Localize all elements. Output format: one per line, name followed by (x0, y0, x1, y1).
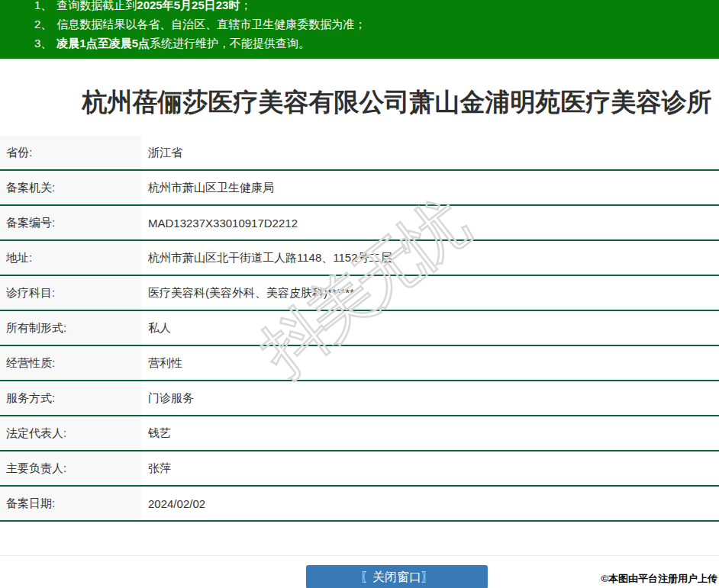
row-label: 备案日期: (0, 487, 141, 520)
table-row: 备案编号:MAD13237X33010917D2212 (0, 206, 719, 241)
notice-line-1-tail: ； (240, 0, 251, 11)
table-row: 经营性质:营利性 (0, 346, 719, 381)
table-row: 诊疗科目:医疗美容科(美容外科、美容皮肤科)****** (0, 276, 719, 311)
notice-line-1: 1、查询数据截止到2025年5月25日23时； (34, 0, 719, 14)
row-value: MAD13237X33010917D2212 (141, 206, 719, 239)
notice-line-1-text: 查询数据截止到 (56, 0, 137, 11)
notice-line-2: 2、信息数据结果以各省、自治区、直辖市卫生健康委数据为准； (34, 14, 719, 34)
notice-line-3: 3、凌晨1点至凌晨5点系统进行维护，不能提供查询。 (34, 34, 719, 53)
table-row: 所有制形式:私人 (0, 311, 719, 346)
row-value: 杭州市萧山区卫生健康局 (141, 171, 719, 204)
row-label: 备案机关: (0, 171, 141, 204)
table-row: 备案日期:2024/02/02 (0, 487, 719, 522)
close-window-button[interactable]: 〖关闭窗口〗 (306, 565, 488, 588)
table-row: 主要负责人:张萍 (0, 451, 719, 487)
table-row: 备案机关:杭州市萧山区卫生健康局 (0, 171, 719, 206)
notice-line-1-bold: 2025年5月25日23时 (137, 0, 240, 11)
page-title: 杭州蓓俪莎医疗美容有限公司萧山金浦明苑医疗美容诊所 (0, 59, 719, 120)
row-label: 地址: (0, 241, 141, 275)
row-value: 钱艺 (141, 416, 719, 450)
row-label: 省份: (0, 136, 141, 169)
copyright-watermark: ©本图由平台注册用户上传 (601, 572, 717, 586)
row-value: 浙江省 (141, 136, 719, 169)
row-label: 诊疗科目: (0, 276, 141, 310)
row-label: 备案编号: (0, 206, 141, 239)
info-table: 省份:浙江省备案机关:杭州市萧山区卫生健康局备案编号:MAD13237X3301… (0, 136, 719, 522)
notice-line-3-tail: 系统进行维护，不能提供查询。 (150, 37, 310, 50)
row-label: 主要负责人: (0, 451, 141, 485)
row-value: 张萍 (141, 451, 719, 485)
row-value: 医疗美容科(美容外科、美容皮肤科)****** (141, 276, 719, 310)
notice-line-2-number: 2、 (34, 18, 52, 31)
row-value: 私人 (141, 311, 719, 345)
row-label: 法定代表人: (0, 416, 141, 450)
table-row: 服务方式:门诊服务 (0, 381, 719, 416)
notice-line-1-number: 1、 (34, 0, 52, 11)
table-row: 省份:浙江省 (0, 136, 719, 171)
row-value: 2024/02/02 (141, 487, 719, 520)
table-row: 地址:杭州市萧山区北干街道工人路1148、1152号二层 (0, 241, 719, 276)
row-label: 所有制形式: (0, 311, 141, 345)
notice-lines: 1、查询数据截止到2025年5月25日23时； 2、信息数据结果以各省、自治区、… (0, 0, 719, 53)
table-row: 法定代表人:钱艺 (0, 416, 719, 451)
row-label: 经营性质: (0, 346, 141, 380)
notice-line-3-number: 3、 (34, 37, 52, 50)
bottom-divider (0, 555, 719, 556)
row-label: 服务方式: (0, 381, 141, 415)
notice-bar: 1、查询数据截止到2025年5月25日23时； 2、信息数据结果以各省、自治区、… (0, 0, 719, 59)
row-value: 门诊服务 (141, 381, 719, 415)
notice-line-2-text: 信息数据结果以各省、自治区、直辖市卫生健康委数据为准； (56, 18, 366, 31)
row-value: 营利性 (141, 346, 719, 380)
notice-line-3-bold: 凌晨1点至凌晨5点 (56, 37, 150, 50)
row-value: 杭州市萧山区北干街道工人路1148、1152号二层 (141, 241, 719, 275)
content-container: 杭州蓓俪莎医疗美容有限公司萧山金浦明苑医疗美容诊所 省份:浙江省备案机关:杭州市… (0, 59, 719, 588)
